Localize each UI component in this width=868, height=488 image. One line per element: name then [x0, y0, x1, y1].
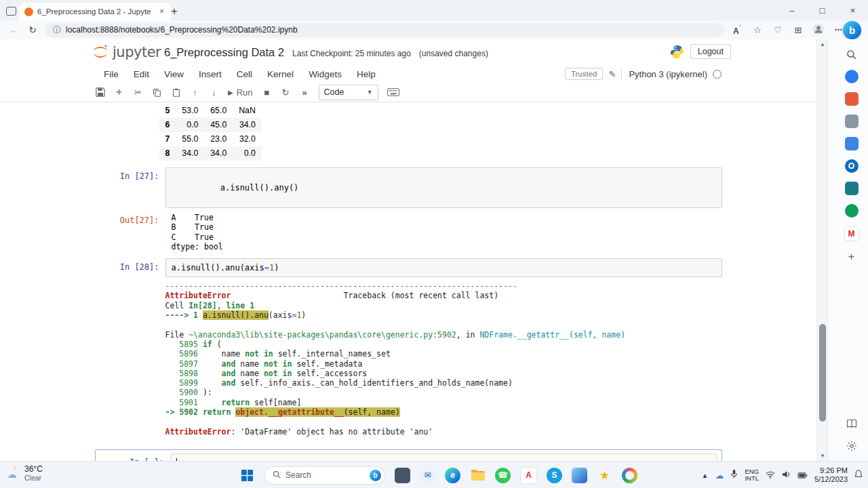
start-button[interactable] — [239, 467, 255, 483]
back-icon[interactable]: ← — [7, 24, 20, 35]
notification-bell-icon[interactable] — [854, 469, 863, 481]
table-cell: 23.0 — [204, 132, 233, 146]
logout-button[interactable]: Logout — [690, 44, 731, 59]
taskbar-star-app[interactable]: ★ — [597, 468, 612, 483]
bing-copilot-icon[interactable]: b — [843, 21, 861, 39]
cell-28-input[interactable]: a.isnull().anu(axis=1) — [165, 258, 722, 277]
table-row: 553.065.0NaN — [159, 104, 262, 118]
paste-cell-button[interactable] — [171, 88, 181, 97]
menu-view[interactable]: View — [157, 66, 191, 82]
language-indicator[interactable]: ENG INTL — [745, 468, 759, 482]
tab-actions-icon[interactable] — [6, 7, 16, 16]
copy-cell-button[interactable] — [152, 88, 162, 97]
move-cell-down-button[interactable]: ↓ — [209, 87, 219, 98]
battery-icon[interactable] — [797, 469, 808, 481]
volume-icon[interactable] — [782, 469, 791, 481]
sidebar-office-icon[interactable] — [845, 182, 859, 195]
sidebar-shopping-icon[interactable] — [845, 92, 859, 106]
clock[interactable]: 9:26 PM 5/12/2023 — [814, 466, 848, 484]
trusted-badge[interactable]: Trusted — [565, 68, 604, 80]
close-button[interactable]: × — [837, 0, 868, 20]
sidebar-mail-m-icon[interactable]: M — [844, 226, 859, 241]
weather-widget[interactable]: ☾☁ 36°C Clear — [7, 465, 43, 482]
maximize-button[interactable]: □ — [807, 0, 837, 20]
output-table: 553.065.0NaN60.045.034.0755.023.032.0834… — [159, 104, 262, 161]
command-palette-button[interactable] — [387, 88, 399, 96]
move-cell-up-button[interactable]: ↑ — [190, 87, 200, 98]
clock-date: 5/12/2023 — [814, 475, 848, 484]
traceback-segment: (self, name) — [344, 407, 400, 417]
run-button[interactable]: ▶ Run — [228, 87, 253, 98]
cut-cell-button[interactable]: ✂ — [133, 87, 143, 98]
minimize-button[interactable]: – — [776, 0, 807, 20]
taskbar-photos-app[interactable] — [572, 468, 587, 483]
scrollbar-thumb[interactable] — [819, 324, 826, 422]
notebook-title[interactable]: 6_Preprocessing Data 2 — [164, 46, 284, 59]
sidebar-outlook-icon[interactable]: O — [845, 159, 859, 173]
tab-close-icon[interactable]: × — [158, 7, 165, 16]
menu-cell[interactable]: Cell — [229, 66, 260, 82]
kernel-name[interactable]: Python 3 (ipykernel) — [621, 69, 707, 79]
page-scrollbar[interactable]: ▲ ▼ — [816, 39, 828, 461]
restart-run-all-button[interactable]: » — [300, 87, 310, 98]
taskbar-ring-app[interactable] — [622, 468, 637, 483]
read-aloud-icon[interactable]: Aʾ — [730, 24, 745, 36]
onedrive-cloud-icon[interactable]: ☁ — [715, 470, 724, 481]
traceback-line: 5897 and name not in self._metadata — [165, 359, 722, 369]
cell-27-input[interactable]: a.isnull().any() — [165, 167, 722, 208]
restart-kernel-button[interactable]: ↻ — [281, 87, 291, 98]
traceback-segment: and — [222, 359, 236, 369]
favorites-star-icon[interactable]: ☆ — [750, 25, 765, 35]
sidebar-games-icon[interactable] — [845, 115, 859, 128]
taskbar-acrobat-app[interactable]: A — [520, 467, 537, 484]
wifi-icon[interactable] — [766, 469, 775, 481]
taskbar-file-explorer[interactable] — [470, 468, 486, 483]
tray-chevron-up-icon[interactable]: ▲ — [702, 472, 709, 479]
taskbar-skype-app[interactable]: S — [547, 468, 562, 483]
menu-edit[interactable]: Edit — [126, 66, 157, 82]
taskbar-mail-app[interactable]: ✉ — [420, 468, 435, 483]
reading-list-icon[interactable] — [846, 419, 857, 431]
traceback-segment: object.__getattribute__ — [235, 407, 343, 417]
sidebar-add-icon[interactable]: + — [845, 250, 859, 264]
taskbar-edge-browser[interactable]: e — [445, 468, 460, 483]
taskbar-search[interactable]: Search b — [264, 466, 385, 485]
table-cell: NaN — [233, 104, 262, 118]
sidebar-settings-gear-icon[interactable] — [846, 441, 857, 454]
menu-widgets[interactable]: Widgets — [301, 66, 349, 82]
jupyter-logo[interactable]: jupyter — [92, 43, 161, 61]
collections-icon[interactable]: ⊞ — [791, 25, 806, 35]
python-kernel-icon — [669, 44, 685, 62]
site-info-icon[interactable]: ⓘ — [53, 24, 61, 36]
add-cell-button[interactable]: + — [114, 86, 124, 98]
sidebar-planner-icon[interactable] — [845, 204, 859, 218]
empty-cell-selected[interactable]: In [ ]: — [95, 449, 722, 462]
scroll-up-icon[interactable]: ▲ — [817, 39, 828, 49]
browser-essentials-icon[interactable]: ♡ — [770, 25, 785, 35]
sidebar-search-icon[interactable] — [845, 47, 859, 61]
save-button[interactable] — [95, 87, 105, 97]
refresh-icon[interactable]: ↻ — [26, 24, 39, 35]
cell-type-select[interactable]: Code ▼ — [319, 85, 378, 100]
taskbar-window-app[interactable] — [395, 468, 410, 483]
scroll-down-icon[interactable]: ▼ — [817, 451, 828, 461]
url-field[interactable]: ⓘ localhost:8888/notebooks/6_Preprocessi… — [45, 23, 724, 37]
profile-avatar[interactable] — [811, 23, 826, 37]
sidebar-copilot-icon[interactable] — [845, 70, 859, 83]
new-tab-button[interactable]: + — [167, 4, 182, 19]
notebook-body: 553.065.0NaN60.045.034.0755.023.032.0834… — [0, 102, 816, 462]
interrupt-kernel-button[interactable]: ■ — [262, 87, 272, 98]
browser-tab[interactable]: 6_Preprocessing Data 2 - Jupyte × — [19, 3, 171, 20]
chevron-down-icon: ▼ — [367, 89, 373, 96]
menu-file[interactable]: File — [96, 66, 126, 82]
microphone-icon[interactable] — [730, 469, 738, 481]
unsaved-changes-text: (unsaved changes) — [419, 49, 488, 58]
menu-insert[interactable]: Insert — [191, 66, 229, 82]
traceback-segment: (axis — [269, 310, 292, 320]
sidebar-tools-icon[interactable] — [845, 137, 859, 150]
clock-time: 9:26 PM — [814, 466, 848, 475]
taskbar-phone-green-app[interactable]: ☎ — [495, 468, 511, 483]
menu-help[interactable]: Help — [349, 66, 383, 82]
menu-kernel[interactable]: Kernel — [260, 66, 301, 82]
edge-sidebar: OM+ — [827, 39, 868, 461]
